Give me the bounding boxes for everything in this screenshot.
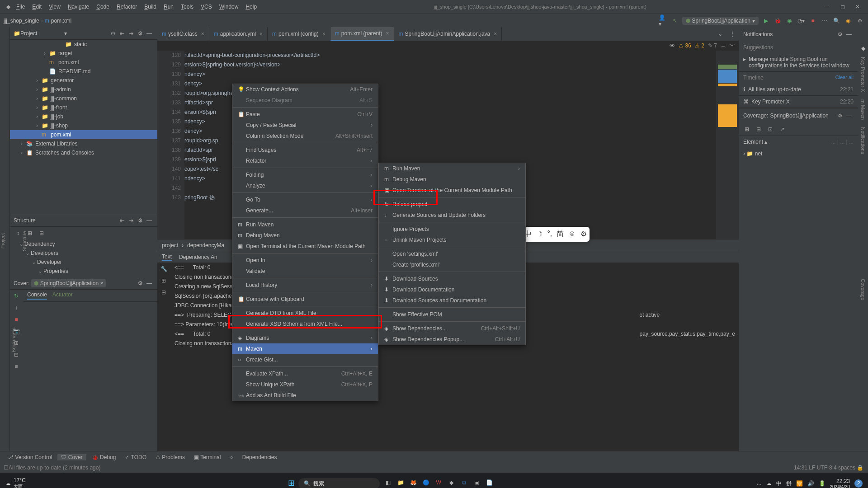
menu-item[interactable]: ◈Show Dependencies Popup... Ctrl+Alt+U	[379, 334, 525, 345]
menu-item[interactable]: Local History ›	[232, 280, 378, 291]
menu-refactor[interactable]: Refactor	[113, 4, 141, 10]
gear-icon[interactable]: ⚙	[855, 16, 864, 25]
menu-item[interactable]: ○Create Gist...	[232, 354, 378, 365]
menu-item[interactable]: Column Selection Mode Alt+Shift+Insert	[232, 131, 378, 141]
menu-item[interactable]: ◈Diagrams ›	[232, 333, 378, 343]
menu-item[interactable]: Go To ›	[232, 194, 378, 205]
menu-item[interactable]: 📋Paste Ctrl+V	[232, 109, 378, 120]
menu-item[interactable]: ⬇Download Documentation	[379, 284, 525, 295]
debug-icon[interactable]: 🐞	[773, 16, 782, 25]
bottom-tab[interactable]: ⎇ Version Control	[4, 454, 56, 460]
menu-item[interactable]: ↓Generate Sources and Update Folders	[379, 210, 525, 221]
stop-icon[interactable]: ■	[808, 16, 817, 25]
structure-item[interactable]: ⌄Dependency	[10, 239, 157, 249]
bottom-tab[interactable]: 🛡 Cover	[57, 454, 86, 460]
menu-item[interactable]: Open In ›	[232, 255, 378, 266]
context-menu[interactable]: 💡Show Context Actions Alt+Enter Sequence…	[232, 84, 378, 401]
dep-analyzer-tab[interactable]: Dependency An	[179, 254, 217, 260]
cover-app[interactable]: SpringBootJjjApplication	[40, 280, 99, 286]
menu-item[interactable]: 💡Show Context Actions Alt+Enter	[232, 84, 378, 95]
bottom-tab[interactable]: ✓ TODO	[121, 454, 150, 460]
coverage-icon[interactable]: ◉	[785, 16, 794, 25]
collapse-icon[interactable]: ⇤	[118, 29, 127, 38]
menu-code[interactable]: Code	[93, 4, 113, 10]
bookmarks-tool-tab[interactable]: Bookmarks	[11, 326, 16, 354]
menu-item[interactable]: mRun Maven ›	[379, 163, 525, 174]
menu-item[interactable]: Folding ›	[232, 169, 378, 180]
close-tab-icon[interactable]: ×	[100, 280, 103, 286]
project-tree[interactable]: 📁static ›📁target mpom.xml 📄README.md ›📁g…	[10, 40, 157, 214]
tree-item[interactable]: ›📋Scratches and Consoles	[10, 148, 157, 157]
profile-icon[interactable]: ◔▾	[797, 16, 806, 25]
menu-item[interactable]: Generate XSD Schema from XML File...	[232, 319, 378, 329]
rerun-icon[interactable]: ↻	[12, 291, 21, 300]
editor-tab[interactable]: mpom.xml (parent)×	[330, 27, 394, 41]
menu-item[interactable]: ▣Open Terminal at the Current Maven Modu…	[232, 241, 378, 252]
structure-item[interactable]: ⌄Developers	[10, 249, 157, 258]
menu-vcs[interactable]: VCS	[197, 4, 216, 10]
menu-item[interactable]: ▣Open Terminal at the Current Maven Modu…	[379, 185, 525, 196]
menu-item[interactable]: mMaven ›	[232, 343, 378, 354]
menu-item[interactable]: 🐜Add as Ant Build File	[232, 390, 378, 401]
menu-item[interactable]: Ignore Projects	[379, 224, 525, 235]
close-icon[interactable]: ×	[494, 31, 497, 37]
breadcrumb-file[interactable]: pom.xml	[51, 18, 71, 24]
menu-file[interactable]: File	[13, 4, 28, 10]
menu-item[interactable]: Find Usages Alt+F7	[232, 145, 378, 155]
structure-item[interactable]: ⌄Developer	[10, 258, 157, 267]
menu-item[interactable]: Sequence Diagram Alt+S	[232, 95, 378, 106]
close-icon[interactable]: ×	[201, 31, 204, 37]
reader-mode-icon[interactable]: 👁	[670, 42, 675, 49]
tree-item[interactable]: mpom.xml	[10, 58, 157, 67]
hide-icon[interactable]: —	[145, 29, 154, 38]
breadcrumb-project[interactable]: jjj_shop_single	[4, 18, 39, 24]
tree-item[interactable]: ›📁jjj-front	[10, 103, 157, 112]
menu-item[interactable]: mRun Maven	[232, 219, 378, 230]
menu-item[interactable]: mDebug Maven	[232, 230, 378, 241]
ai-tab-icon[interactable]: ◆	[861, 45, 865, 52]
menu-navigate[interactable]: Navigate	[64, 4, 93, 10]
back-icon[interactable]: ↖	[670, 16, 679, 25]
menu-item[interactable]: ◈Show Dependencies... Ctrl+Alt+Shift+U	[379, 323, 525, 334]
dropdown-icon[interactable]: ▾	[64, 30, 67, 37]
weather-icon[interactable]: ☁	[5, 480, 11, 487]
timeline-item[interactable]: ℹAll files are up-to-date22:21	[739, 84, 858, 96]
menu-edit[interactable]: Edit	[28, 4, 45, 10]
menu-build[interactable]: Build	[141, 4, 160, 10]
menu-item[interactable]: Show Effective POM	[379, 309, 525, 320]
bottom-tab[interactable]: 🐞 Debug	[88, 454, 120, 460]
search-icon[interactable]: 🔍	[832, 16, 841, 25]
bottom-tab[interactable]: ⚠ Problems	[152, 454, 189, 460]
start-icon[interactable]: ⊞	[288, 478, 295, 488]
bottom-tab[interactable]: Dependencies	[239, 454, 281, 460]
tree-item[interactable]: ›📁jjj-shop	[10, 121, 157, 130]
menu-item[interactable]: Analyze ›	[232, 180, 378, 191]
ime-toolbar[interactable]: I中☽°,简☺⚙	[515, 227, 590, 242]
editor-tab[interactable]: mSpringBootJjjAdminApplication.java×	[394, 27, 502, 41]
tree-item[interactable]: ›📚External Libraries	[10, 139, 157, 148]
bottom-tab[interactable]: ▣ Terminal	[190, 454, 224, 460]
close-icon[interactable]: ✕	[851, 4, 864, 10]
user-icon[interactable]: 👤▾	[659, 16, 668, 25]
text-tab[interactable]: Text	[162, 253, 172, 261]
menu-help[interactable]: Help	[242, 4, 260, 10]
menu-item[interactable]: Create 'profiles.xml'	[379, 259, 525, 270]
target-icon[interactable]: ⊙	[108, 29, 118, 38]
taskbar-search[interactable]: 搜索	[313, 480, 324, 488]
expand-icon[interactable]: ⇥	[127, 29, 136, 38]
menu-item[interactable]: 📋Compare with Clipboard	[232, 294, 378, 305]
clear-all-link[interactable]: Clear all	[835, 75, 854, 81]
close-icon[interactable]: ×	[322, 31, 326, 37]
structure-tree[interactable]: ⌄Dependency⌄Developers⌄Developer⌄Propert…	[10, 239, 157, 276]
run-icon[interactable]: ▶	[761, 16, 770, 25]
minimap[interactable]	[716, 51, 739, 239]
menu-item[interactable]: ↻Reload project	[379, 199, 525, 210]
console-tab[interactable]: Console	[27, 291, 47, 300]
tree-item[interactable]: mpom.xml	[10, 130, 157, 139]
editor-tab[interactable]: mysqlIO.class×	[157, 27, 209, 41]
run-config-selector[interactable]: ⬢ SpringBootJjjApplication ▾	[682, 17, 759, 25]
menu-item[interactable]: Refactor ›	[232, 155, 378, 166]
menu-item[interactable]: Open 'settings.xml'	[379, 249, 525, 259]
menu-item[interactable]: mDebug Maven	[379, 174, 525, 185]
menu-item[interactable]: Generate... Alt+Inser	[232, 205, 378, 216]
